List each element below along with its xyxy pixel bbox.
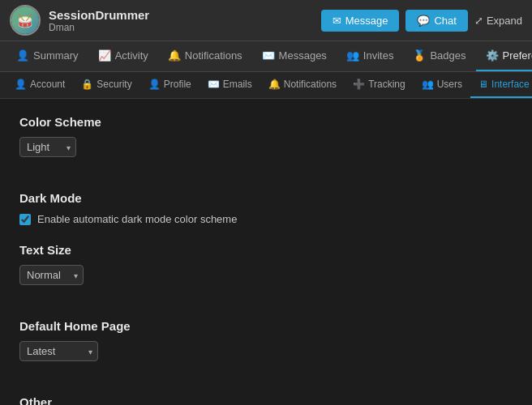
dark-mode-checkbox-row: Enable automatic dark mode color scheme [19,213,513,225]
messages-icon: ✉️ [262,49,275,62]
invites-label: Invites [363,49,394,62]
message-icon: ✉ [332,15,341,27]
secondary-navigation: 👤 Account 🔒 Security 👤 Profile ✉️ Emails… [0,72,532,99]
expand-button-label: Expand [487,15,522,27]
secondary-nav-item-users[interactable]: 👥 Users [414,72,470,98]
text-size-section: Text Size Smaller Normal Larger ▾ [19,243,513,301]
other-section: Other Open all external links in a new t… [19,395,513,405]
activity-label: Activity [115,49,148,62]
profile-nav-label: Profile [164,79,191,90]
text-size-select-wrap: Smaller Normal Larger ▾ [19,265,84,285]
tracking-nav-label: Tracking [368,79,405,90]
users-nav-label: Users [437,79,462,90]
secondary-nav-item-profile[interactable]: 👤 Profile [140,72,200,98]
security-nav-label: Security [97,79,131,90]
dark-mode-title: Dark Mode [19,191,513,205]
preferences-icon: ⚙️ [486,49,499,62]
notif-nav-icon: 🔔 [268,79,281,90]
dark-mode-label: Enable automatic dark mode color scheme [37,213,237,225]
other-title: Other [19,395,513,405]
messages-label: Messages [279,49,327,62]
secondary-nav-item-interface[interactable]: 🖥 Interface [470,72,532,98]
badges-icon: 🏅 [413,49,426,62]
dark-mode-checkbox[interactable] [19,214,31,225]
summary-label: Summary [33,49,79,62]
primary-nav-item-notifications[interactable]: 🔔 Notifications [158,41,252,71]
activity-icon: 📈 [98,49,111,62]
user-handle: Dman [49,22,313,33]
secondary-nav-item-tracking[interactable]: ➕ Tracking [345,72,414,98]
dark-mode-section: Dark Mode Enable automatic dark mode col… [19,191,513,225]
primary-nav-item-activity[interactable]: 📈 Activity [88,41,158,71]
notifications-label: Notifications [185,49,242,62]
user-info: SessionDrummer Dman [49,8,313,33]
color-scheme-select[interactable]: Light Dark Auto [19,137,76,157]
avatar-image: 🥁 [11,6,39,34]
default-home-select-wrap: Latest Top New Categories ▾ [19,341,98,361]
chat-button[interactable]: 💬 Chat [405,10,467,32]
security-nav-icon: 🔒 [81,79,93,90]
primary-nav-item-badges[interactable]: 🏅 Badges [403,41,475,71]
default-home-title: Default Home Page [19,319,513,333]
primary-navigation: 👤 Summary 📈 Activity 🔔 Notifications ✉️ … [0,41,532,72]
primary-nav-item-preferences[interactable]: ⚙️ Preferences [476,41,532,71]
primary-nav-item-messages[interactable]: ✉️ Messages [252,41,337,71]
main-content: Color Scheme Light Dark Auto ▾ Dark Mode… [0,99,532,405]
account-nav-icon: 👤 [15,79,27,90]
avatar: 🥁 [10,5,41,36]
message-button-label: Message [345,15,388,27]
summary-icon: 👤 [16,49,29,62]
account-nav-label: Account [30,79,65,90]
color-scheme-select-wrap: Light Dark Auto ▾ [19,137,76,157]
secondary-nav-item-emails[interactable]: ✉️ Emails [200,72,260,98]
color-scheme-title: Color Scheme [19,115,513,129]
primary-nav-item-invites[interactable]: 👥 Invites [337,41,404,71]
profile-nav-icon: 👤 [148,79,161,90]
secondary-nav-item-notifications[interactable]: 🔔 Notifications [260,72,345,98]
header-actions: ✉ Message 💬 Chat ⤢ Expand [321,10,522,32]
text-size-select[interactable]: Smaller Normal Larger [19,265,84,285]
chat-button-label: Chat [434,15,456,27]
interface-nav-icon: 🖥 [478,79,488,90]
primary-nav-item-summary[interactable]: 👤 Summary [6,41,88,71]
default-home-select[interactable]: Latest Top New Categories [19,341,98,361]
secondary-nav-item-account[interactable]: 👤 Account [6,72,73,98]
expand-button[interactable]: ⤢ Expand [474,15,522,27]
default-home-section: Default Home Page Latest Top New Categor… [19,319,513,377]
interface-nav-label: Interface [491,79,530,90]
tracking-nav-icon: ➕ [353,79,365,90]
preferences-label: Preferences [503,49,532,62]
secondary-nav-item-security[interactable]: 🔒 Security [73,72,139,98]
badges-label: Badges [430,49,466,62]
emails-nav-icon: ✉️ [208,79,220,90]
invites-icon: 👥 [346,49,359,62]
notif-nav-label: Notifications [284,79,337,90]
emails-nav-label: Emails [223,79,252,90]
users-nav-icon: 👥 [422,79,434,90]
color-scheme-section: Color Scheme Light Dark Auto ▾ [19,115,513,173]
expand-icon: ⤢ [474,15,483,27]
text-size-title: Text Size [19,243,513,257]
username: SessionDrummer [49,8,313,22]
header: 🥁 SessionDrummer Dman ✉ Message 💬 Chat ⤢… [0,0,532,41]
notifications-icon: 🔔 [168,49,181,62]
message-button[interactable]: ✉ Message [321,10,400,32]
chat-icon: 💬 [417,15,430,27]
